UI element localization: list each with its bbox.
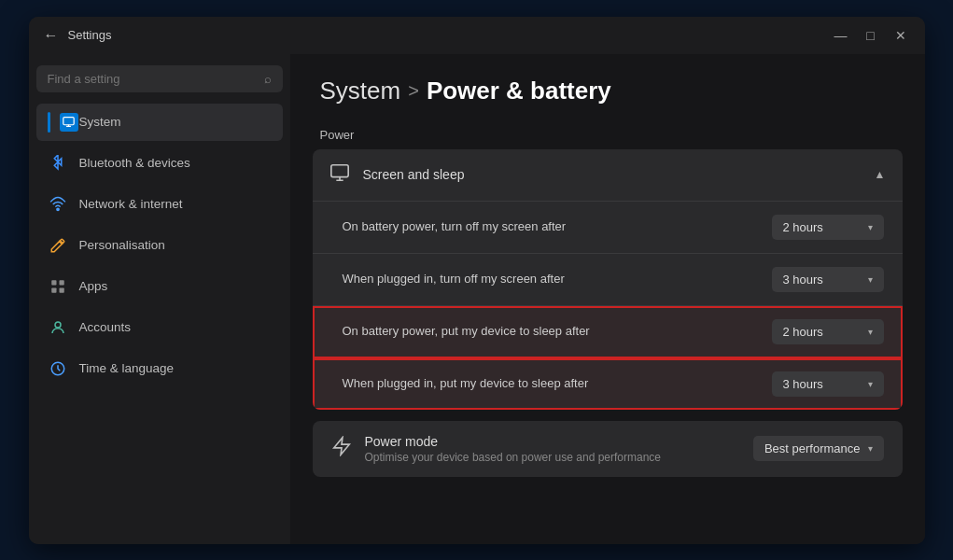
network-icon: [48, 194, 68, 215]
battery-screen-chevron-icon: ▾: [868, 222, 873, 232]
page-header: System > Power & battery: [290, 54, 925, 120]
battery-sleep-dropdown[interactable]: 2 hours ▾: [772, 319, 884, 344]
sidebar-label-network: Network & internet: [79, 197, 183, 211]
power-mode-subtitle: Optimise your device based on power use …: [365, 451, 662, 464]
svg-rect-7: [59, 287, 63, 292]
power-mode-panel: Power mode Optimise your device based on…: [313, 421, 903, 477]
battery-screen-label: On battery power, turn off my screen aft…: [343, 218, 567, 235]
plugged-screen-value: 3 hours: [783, 273, 823, 287]
power-mode-chevron-icon: ▾: [868, 443, 873, 454]
plugged-screen-label: When plugged in, turn off my screen afte…: [343, 271, 565, 287]
screen-sleep-icon: [329, 162, 350, 188]
maximize-button[interactable]: □: [862, 28, 880, 43]
bluetooth-icon: [48, 153, 68, 174]
screen-sleep-chevron[interactable]: ▲: [875, 168, 886, 181]
power-mode-text: Power mode Optimise your device based on…: [365, 434, 662, 464]
sidebar-item-personalisation[interactable]: Personalisation: [36, 227, 283, 264]
back-button[interactable]: ←: [44, 27, 59, 44]
power-mode-left: Power mode Optimise your device based on…: [331, 434, 662, 464]
breadcrumb-page: Power & battery: [427, 77, 611, 105]
minimize-button[interactable]: —: [832, 28, 850, 43]
power-mode-value: Best performance: [764, 441, 861, 455]
battery-sleep-label: On battery power, put my device to sleep…: [343, 323, 590, 340]
sidebar-label-accounts: Accounts: [79, 320, 132, 334]
plugged-screen-chevron-icon: ▾: [868, 274, 873, 285]
svg-rect-10: [330, 164, 347, 176]
sidebar-item-system[interactable]: System: [36, 104, 283, 141]
battery-screen-dropdown[interactable]: 2 hours ▾: [772, 215, 884, 240]
sidebar-item-network[interactable]: Network & internet: [36, 186, 283, 223]
plugged-sleep-dropdown[interactable]: 3 hours ▾: [772, 371, 884, 397]
settings-window: ← Settings — □ ✕ ⌕: [29, 17, 925, 544]
personalisation-icon: [48, 235, 68, 256]
time-icon: [48, 358, 68, 379]
screen-sleep-body: On battery power, turn off my screen aft…: [313, 201, 903, 410]
power-mode-dropdown[interactable]: Best performance ▾: [753, 436, 884, 461]
titlebar-controls: — □ ✕: [832, 28, 910, 43]
content-area: ⌕ System: [29, 54, 925, 544]
battery-screen-row: On battery power, turn off my screen aft…: [313, 202, 903, 254]
sidebar-item-apps[interactable]: Apps: [36, 268, 283, 305]
active-indicator: [48, 112, 50, 133]
svg-point-3: [56, 208, 58, 210]
power-mode-icon: [331, 436, 352, 461]
battery-sleep-chevron-icon: ▾: [868, 327, 873, 337]
svg-rect-5: [59, 280, 63, 285]
breadcrumb: System > Power & battery: [320, 77, 895, 105]
sidebar-label-system: System: [79, 115, 121, 129]
plugged-screen-row: When plugged in, turn off my screen afte…: [313, 254, 903, 306]
power-mode-title: Power mode: [365, 434, 662, 449]
svg-rect-6: [51, 287, 56, 292]
sidebar-label-personalisation: Personalisation: [79, 238, 165, 252]
titlebar-title: Settings: [68, 28, 112, 42]
svg-point-8: [55, 322, 61, 328]
sidebar-label-bluetooth: Bluetooth & devices: [79, 156, 190, 170]
plugged-sleep-chevron-icon: ▾: [868, 379, 873, 389]
sidebar-label-apps: Apps: [79, 279, 108, 293]
sidebar-item-bluetooth[interactable]: Bluetooth & devices: [36, 145, 283, 182]
sidebar-label-time: Time & language: [79, 361, 175, 375]
search-input[interactable]: [48, 72, 257, 86]
breadcrumb-system: System: [320, 77, 401, 105]
breadcrumb-arrow: >: [408, 80, 419, 102]
close-button[interactable]: ✕: [891, 28, 910, 43]
section-power-label: Power: [290, 120, 925, 142]
power-mode-row: Power mode Optimise your device based on…: [313, 421, 903, 477]
sidebar-item-accounts[interactable]: Accounts: [36, 309, 283, 346]
battery-sleep-value: 2 hours: [783, 325, 823, 339]
sidebar-item-time[interactable]: Time & language: [36, 350, 283, 387]
screen-sleep-panel: Screen and sleep ▲ On battery power, tur…: [313, 149, 903, 410]
search-box[interactable]: ⌕: [36, 65, 283, 92]
system-icon: [59, 112, 79, 133]
panel-header-left: Screen and sleep: [329, 162, 465, 188]
svg-rect-4: [51, 280, 56, 285]
battery-sleep-row: On battery power, put my device to sleep…: [313, 306, 903, 358]
plugged-sleep-label: When plugged in, put my device to sleep …: [343, 375, 589, 392]
titlebar: ← Settings — □ ✕: [29, 17, 925, 54]
plugged-screen-dropdown[interactable]: 3 hours ▾: [772, 267, 884, 292]
screen-sleep-header[interactable]: Screen and sleep ▲: [313, 149, 903, 201]
plugged-sleep-row: When plugged in, put my device to sleep …: [313, 358, 903, 410]
battery-screen-value: 2 hours: [783, 220, 823, 234]
main-panel: System > Power & battery Power: [290, 54, 925, 544]
sidebar: ⌕ System: [29, 54, 290, 544]
svg-rect-0: [63, 118, 74, 125]
search-icon: ⌕: [264, 72, 272, 86]
plugged-sleep-value: 3 hours: [783, 377, 823, 391]
apps-icon: [48, 276, 68, 297]
accounts-icon: [48, 317, 68, 338]
screen-sleep-title: Screen and sleep: [363, 167, 465, 182]
titlebar-left: ← Settings: [44, 27, 112, 44]
